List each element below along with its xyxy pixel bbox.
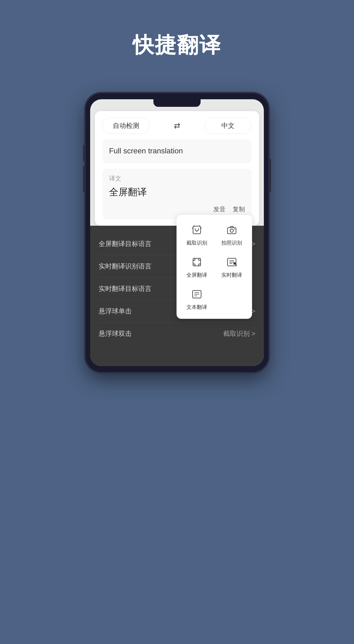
setting-label-fullscreen-target: 全屏翻译目标语言 xyxy=(99,240,152,248)
svg-rect-6 xyxy=(193,258,201,266)
svg-rect-3 xyxy=(227,228,236,234)
result-area: 译文 全屏翻译 发音 复制 xyxy=(102,169,252,219)
svg-point-4 xyxy=(230,229,233,232)
phone-btn-volume-down xyxy=(83,166,85,192)
setting-float-ball-double[interactable]: 悬浮球双击 截取识别 > xyxy=(99,322,255,345)
swap-languages-icon[interactable]: ⇄ xyxy=(174,121,180,130)
phone-notch xyxy=(153,99,201,107)
realtime-icon xyxy=(225,255,239,269)
capture-icon xyxy=(190,223,204,237)
phone-mockup: 自动检测 ⇄ 中文 Full screen translation 译文 全屏翻… xyxy=(85,93,269,373)
pronounce-button[interactable]: 发音 xyxy=(213,205,226,214)
fullscreen-icon xyxy=(190,255,204,269)
source-language-button[interactable]: 自动检测 xyxy=(102,118,150,134)
result-text: 全屏翻译 xyxy=(109,186,245,198)
phone-frame: 自动检测 ⇄ 中文 Full screen translation 译文 全屏翻… xyxy=(85,93,269,373)
qa-photo-recognize[interactable]: 拍照识别 xyxy=(216,220,247,249)
input-text: Full screen translation xyxy=(109,146,183,155)
qa-label-fullscreen: 全屏翻译 xyxy=(186,272,207,279)
qa-text-translate[interactable]: 文本翻译 xyxy=(181,285,212,313)
translation-card: 自动检测 ⇄ 中文 Full screen translation 译文 全屏翻… xyxy=(95,111,259,226)
qa-label-text: 文本翻译 xyxy=(186,304,207,311)
setting-label-realtime-target: 实时翻译目标语言 xyxy=(99,284,152,293)
phone-btn-power xyxy=(269,159,271,192)
qa-label-capture: 截取识别 xyxy=(186,240,207,246)
qa-label-photo: 拍照识别 xyxy=(221,240,242,246)
language-selector-row: 自动检测 ⇄ 中文 xyxy=(102,118,252,134)
setting-value-float-double: 截取识别 > xyxy=(223,329,255,338)
setting-label-float-single: 悬浮球单击 xyxy=(99,307,132,316)
camera-icon xyxy=(225,223,239,237)
setting-label-float-double: 悬浮球双击 xyxy=(99,329,132,338)
copy-button[interactable]: 复制 xyxy=(233,205,245,214)
qa-realtime-translate[interactable]: 实时翻译 xyxy=(216,253,247,281)
setting-label-realtime-source: 实时翻译识别语言 xyxy=(99,262,152,271)
qa-label-realtime: 实时翻译 xyxy=(221,272,242,279)
phone-screen: 自动检测 ⇄ 中文 Full screen translation 译文 全屏翻… xyxy=(90,99,264,366)
text-translate-icon xyxy=(190,287,204,301)
page-title: 快捷翻译 xyxy=(133,31,221,60)
result-actions: 发音 复制 xyxy=(109,205,245,214)
qa-capture-recognize[interactable]: 截取识别 xyxy=(181,220,212,249)
screen-bottom-bar xyxy=(90,352,264,366)
target-language-button[interactable]: 中文 xyxy=(204,118,252,134)
input-area[interactable]: Full screen translation xyxy=(102,140,252,163)
result-label: 译文 xyxy=(109,174,245,183)
qa-fullscreen-translate[interactable]: 全屏翻译 xyxy=(181,253,212,281)
svg-rect-0 xyxy=(193,226,201,234)
svg-point-5 xyxy=(234,228,235,230)
phone-btn-volume-up xyxy=(83,145,85,161)
quick-action-popup: 截取识别 拍照识别 xyxy=(177,215,252,319)
